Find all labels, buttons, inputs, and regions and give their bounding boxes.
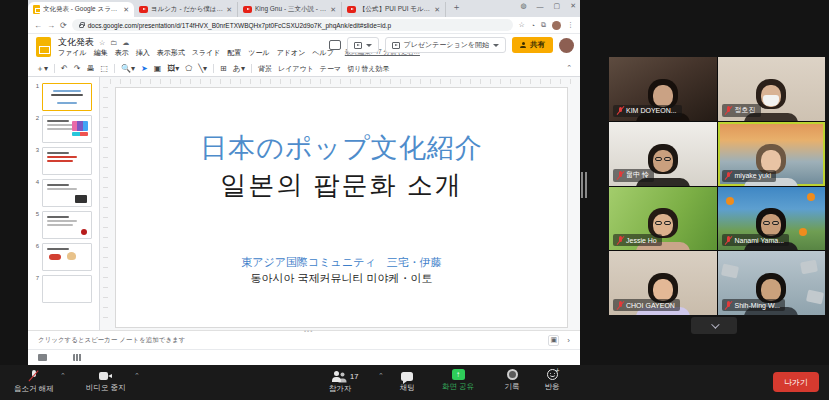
thumbnail-1[interactable]: 1	[28, 81, 99, 113]
comment-tool-icon[interactable]: ⊞	[220, 64, 227, 73]
slide-title-korean[interactable]: 일본의 팝문화 소개	[220, 168, 462, 203]
zoom-tool-icon[interactable]: 🔍▾	[121, 64, 135, 73]
bookmark-star-icon[interactable]: ☆	[518, 21, 524, 29]
account-avatar[interactable]	[559, 38, 574, 53]
move-folder-icon[interactable]: 🗀	[110, 39, 117, 46]
reload-icon[interactable]: ⟳	[60, 21, 67, 30]
share-screen-button[interactable]: 화면 공유	[438, 369, 478, 392]
tab-slides[interactable]: 文化発表 - Google スライド ✕	[28, 2, 134, 17]
tab-close-icon[interactable]: ✕	[330, 6, 336, 14]
expand-panel-icon[interactable]: ›	[567, 336, 570, 345]
menu-view[interactable]: 表示	[115, 48, 129, 58]
transition-button[interactable]: 切り替え効果	[347, 64, 389, 74]
new-tab-button[interactable]: ＋	[452, 1, 461, 14]
share-button[interactable]: 共有	[512, 37, 553, 53]
video-tile[interactable]: Jessie Ho	[609, 187, 717, 251]
participants-caret-icon[interactable]: ⌃	[378, 372, 384, 380]
textbox-icon[interactable]: ▣	[154, 64, 162, 73]
menu-tools[interactable]: ツール	[248, 48, 269, 58]
grid-view-icon[interactable]	[73, 354, 82, 361]
insert-shape-icon[interactable]: ⬠	[185, 64, 192, 73]
video-tile[interactable]: Nanami Yama...	[718, 187, 826, 251]
notes-options-button[interactable]: ▣	[548, 335, 559, 346]
leave-meeting-button[interactable]: 나가기	[773, 372, 819, 392]
undo-icon[interactable]: ↶	[61, 64, 68, 73]
unmute-button[interactable]: 음소거 해제 ⌃	[14, 370, 54, 394]
show-more-participants-button[interactable]	[691, 317, 737, 334]
comments-icon[interactable]	[329, 40, 341, 50]
new-slide-button[interactable]: ＋▾	[36, 63, 48, 74]
record-button[interactable]: 기록	[500, 369, 524, 392]
menu-slide[interactable]: スライド	[192, 48, 221, 58]
thumbnail-5[interactable]: 5	[28, 209, 99, 241]
slide-byline-korean[interactable]: 동아시아 국제커뮤니티 미야케・이토	[250, 271, 432, 286]
url-text: docs.google.com/presentation/d/1T4fHVX_B…	[88, 22, 391, 29]
video-tile[interactable]: 정호진	[718, 57, 826, 121]
tab-youtube-3[interactable]: 【公式】PUI PUI モルカー 第1話… ✕	[342, 2, 446, 17]
video-tile[interactable]: Shih-Ming W...	[718, 251, 826, 315]
chrome-avatar[interactable]	[552, 21, 561, 30]
chrome-menu-icon[interactable]: ⋮	[567, 21, 574, 29]
slide-byline-japanese[interactable]: 東アジア国際コミュニティ 三宅・伊藤	[241, 255, 441, 270]
meet-present-button[interactable]	[347, 37, 379, 53]
print-icon[interactable]: 🖶	[86, 64, 94, 73]
forward-icon[interactable]: →	[47, 21, 55, 30]
video-tile-active-speaker[interactable]: miyake yuki	[718, 122, 826, 186]
tab-close-icon[interactable]: ✕	[434, 6, 440, 14]
menu-format[interactable]: 表示形式	[157, 48, 185, 58]
layout-button[interactable]: レイアウト	[278, 64, 314, 74]
extension-icon[interactable]: ◔	[531, 22, 535, 29]
chat-button[interactable]: 채팅	[395, 370, 419, 393]
video-tile[interactable]: KIM DOYEON...	[609, 57, 717, 121]
url-input[interactable]: docs.google.com/presentation/d/1T4fHVX_B…	[72, 19, 514, 31]
reactions-button[interactable]: + 반응	[540, 369, 564, 392]
stop-video-button[interactable]: 비디오 중지 ⌃	[86, 370, 126, 393]
select-cursor-icon[interactable]: ➤	[141, 64, 148, 73]
menu-edit[interactable]: 編集	[94, 48, 108, 58]
audio-options-caret-icon[interactable]: ⌃	[60, 372, 66, 380]
slides-app-icon[interactable]	[36, 37, 51, 57]
video-tile[interactable]: CHOI GAYEON	[609, 251, 717, 315]
minimize-button[interactable]: —	[537, 3, 544, 10]
tab-youtube-1[interactable]: ヨルシカ - だから僕は音楽を辞めた… ✕	[134, 2, 238, 17]
close-button[interactable]: ✕	[570, 2, 576, 10]
back-icon[interactable]: ←	[34, 21, 42, 30]
participant-name: Shih-Ming W...	[735, 302, 781, 309]
video-tile[interactable]: 畠中 怜	[609, 122, 717, 186]
extensions-puzzle-icon[interactable]: ⧉	[541, 21, 546, 29]
collapse-menus-icon[interactable]: ⌃	[566, 64, 572, 72]
maximize-button[interactable]: ▢	[554, 2, 561, 10]
menu-file[interactable]: ファイル	[58, 48, 87, 58]
start-presentation-button[interactable]: プレゼンテーションを開始	[385, 37, 506, 53]
tab-close-icon[interactable]: ✕	[123, 6, 129, 14]
tab-close-icon[interactable]: ✕	[226, 6, 232, 14]
thumbnail-3[interactable]: 3	[28, 145, 99, 177]
menu-arrange[interactable]: 配置	[227, 48, 241, 58]
thumbnail-4[interactable]: 4	[28, 177, 99, 209]
participants-button[interactable]: 17 참가자 ⌃	[320, 370, 360, 394]
thumbnail-6[interactable]: 6	[28, 241, 99, 273]
slide-canvas[interactable]: 日本のポップ文化紹介 일본의 팝문화 소개 東アジア国際コミュニティ 三宅・伊藤…	[100, 77, 580, 330]
insert-line-icon[interactable]: ╲▾	[198, 64, 207, 73]
menu-insert[interactable]: 挿入	[136, 48, 150, 58]
slide-title-japanese[interactable]: 日本のポップ文化紹介	[200, 130, 483, 166]
insert-image-icon[interactable]: 🖼▾	[167, 64, 179, 73]
speaker-notes[interactable]: ••• クリックするとスピーカー ノートを追加できます ▣ ›	[28, 330, 580, 349]
filmstrip-view-icon[interactable]	[38, 354, 47, 361]
star-doc-icon[interactable]: ☆	[99, 39, 105, 47]
thumbnail-2[interactable]: 2	[28, 113, 99, 145]
redo-icon[interactable]: ↷	[74, 64, 81, 73]
video-options-caret-icon[interactable]: ⌃	[134, 372, 140, 380]
address-bar-icons: ☆ ◔ ⧉ ⋮	[518, 21, 574, 30]
notes-drag-handle[interactable]: •••	[304, 328, 313, 334]
tab-youtube-2[interactable]: King Gnu - 三文小説 - YouTube ✕	[238, 2, 342, 17]
current-slide[interactable]: 日本のポップ文化紹介 일본의 팝문화 소개 東アジア国際コミュニティ 三宅・伊藤…	[115, 87, 568, 328]
background-button[interactable]: 背景	[258, 64, 272, 74]
panel-resize-handle[interactable]	[580, 172, 588, 198]
menu-addons[interactable]: アドオン	[277, 48, 306, 58]
browser-profile-icon[interactable]: ◍	[520, 2, 526, 10]
thumbnail-7[interactable]: 7	[28, 273, 99, 305]
theme-button[interactable]: テーマ	[320, 64, 341, 74]
text-tool-icon[interactable]: あ▾	[233, 63, 245, 74]
paint-format-icon[interactable]: ⬚	[100, 64, 108, 73]
